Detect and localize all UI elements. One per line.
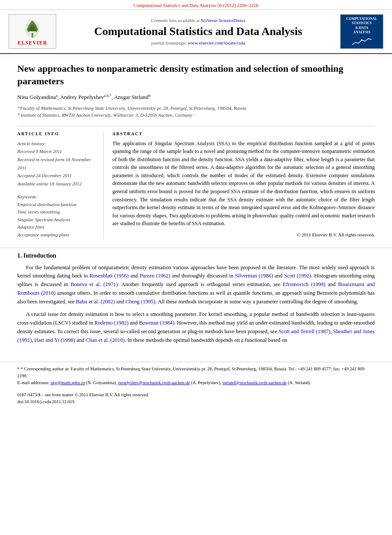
ref-boneva[interactable]: Boneva et al. (1971) — [70, 281, 118, 287]
abstract-label: ABSTRACT — [112, 131, 375, 136]
journal-citation: Computational Statistics and Data Analys… — [134, 3, 258, 8]
ref-rudemo[interactable]: Rudemo (1982) — [95, 320, 129, 326]
email-2-link[interactable]: pepelyshev@stochastik.rwth-aachen.de — [118, 380, 190, 385]
footer-doi: doi:10.1016/j.csda.2011.12.019 — [17, 398, 375, 406]
email-3-name: (A. Steland). — [288, 380, 311, 385]
ref-cheng[interactable]: Cheng (1995) — [125, 299, 155, 305]
keywords-section: Keywords: Empirical distribution functio… — [17, 194, 97, 239]
ref-bowman[interactable]: Bowman (1984) — [139, 320, 175, 326]
email-2-name: (A. Pepelyshev), — [191, 380, 221, 385]
footer-info: 0167-9473/$ – see front matter © 2011 El… — [0, 390, 392, 411]
svg-point-2 — [28, 26, 30, 28]
corresponding-star: * — [109, 93, 112, 98]
article-history-block: Article history: Received 9 March 2011 R… — [17, 140, 97, 188]
received-date: Received 9 March 2011 — [17, 147, 97, 156]
keyword-4: Adaptive filter — [17, 223, 97, 231]
available-date: Available online 18 January 2012 — [17, 180, 97, 188]
homepage-prefix: journal homepage: — [151, 40, 187, 45]
ref-efromovich[interactable]: Efromovich (1999) — [283, 281, 325, 287]
sciverse-link[interactable]: SciVerse ScienceDirect — [201, 18, 245, 23]
ref-scott-terrell[interactable]: Scott and Terrell (1987) — [279, 328, 331, 334]
ref-hart[interactable]: Hart and Yi (1998) — [35, 337, 75, 343]
elsevier-logo-block: ELSEVIER — [9, 14, 56, 49]
authors-line: Nina Golyandinaa, Andrey Pepelysheva,b,*… — [17, 93, 375, 101]
abstract-text: The application of Singular Spectrum Ana… — [112, 140, 375, 228]
affil-sup-b: b — [149, 93, 151, 98]
footnote-email-line: E-mail addresses: neg@math.spbu.ru (N. G… — [17, 379, 375, 386]
elsevier-tree-icon — [19, 17, 45, 39]
accepted-date: Accepted 24 December 2011 — [17, 172, 97, 180]
journal-header: ELSEVIER Contents lists available at Sci… — [0, 10, 392, 54]
keyword-2: Time series smoothing — [17, 208, 97, 216]
affil-sup-a: a — [56, 93, 57, 98]
intro-para1: For the fundamental problem of nonparame… — [17, 264, 375, 306]
svg-point-4 — [31, 24, 32, 26]
footnote-star-label: * — [17, 366, 21, 371]
introduction-section: 1. Introduction For the fundamental prob… — [0, 248, 392, 358]
email-1-link[interactable]: neg@math.spbu.ru — [51, 380, 85, 385]
intro-number: 1. — [17, 252, 22, 259]
ref-scott[interactable]: Scott (1992) — [284, 273, 311, 279]
affil-b: ᵇ Institute of Statistics, RWTH Aachen U… — [17, 111, 375, 119]
ref-silverman[interactable]: Silverman (1986) — [235, 273, 273, 279]
journal-logo-right: COMPUTATIONALSTATISTICS& DATAANALYSIS — [340, 14, 383, 49]
contents-available-line: Contents lists available at SciVerse Sci… — [63, 18, 334, 23]
paper-section: New approaches to nonparametric density … — [0, 54, 392, 248]
abstract-column: ABSTRACT The application of Singular Spe… — [112, 131, 375, 239]
journal-homepage-line: journal homepage: www.elsevier.com/locat… — [63, 40, 334, 45]
journal-logo-graph-icon — [347, 37, 377, 46]
homepage-link[interactable]: www.elsevier.com/locate/csda — [188, 40, 245, 45]
ref-parzen[interactable]: Parzen (1962) — [140, 273, 170, 279]
affiliations-block: ᵃ Faculty of Mathematics, St.Petersburg … — [17, 105, 375, 119]
affil-sup-ab: a,b, — [104, 93, 109, 98]
svg-point-5 — [361, 39, 363, 41]
header-divider — [17, 126, 375, 126]
keyword-5: Acceptance sampling plans — [17, 231, 97, 239]
affil-a: ᵃ Faculty of Mathematics, St.Petersburg … — [17, 105, 375, 112]
footnote-section: * * Corresponding author at: Faculty of … — [0, 362, 392, 389]
elsevier-label: ELSEVIER — [18, 40, 48, 46]
article-info-abstract: ARTICLE INFO Article history: Received 9… — [17, 131, 375, 239]
email-label: E-mail addresses: — [17, 380, 49, 385]
paper-title: New approaches to nonparametric density … — [17, 63, 375, 87]
revised-date: Received in revised form 18 November 201… — [17, 156, 97, 172]
elsevier-logo-box: ELSEVIER — [9, 14, 56, 49]
footnote-corresponding-text: * Corresponding author at: Faculty of Ma… — [17, 366, 364, 378]
footer-issn: 0167-9473/$ – see front matter © 2011 El… — [17, 392, 375, 399]
intro-title: Introduction — [23, 252, 56, 259]
ref-rosenblatt[interactable]: Rosenblatt (1956) — [89, 273, 129, 279]
keywords-label: Keywords: — [17, 194, 97, 199]
email-3-link[interactable]: steland@stochastik.rwth-aachen.de — [223, 380, 287, 385]
contents-text: Contents lists available at — [151, 18, 200, 23]
email-1-name: (N. Golyandina), — [86, 380, 117, 385]
journal-main-title: Computational Statistics and Data Analys… — [63, 25, 334, 38]
author-andrey: Andrey Pepelyshev — [60, 94, 104, 101]
keyword-3: Singular Spectrum Analysis — [17, 216, 97, 224]
article-info-column: ARTICLE INFO Article history: Received 9… — [17, 131, 104, 239]
history-label: Article history: — [17, 140, 97, 148]
journal-logo-title: COMPUTATIONALSTATISTICS& DATAANALYSIS — [346, 17, 377, 35]
journal-title-block: Contents lists available at SciVerse Sci… — [63, 18, 334, 45]
ref-chan[interactable]: Chan et al. (2010) — [86, 337, 124, 343]
intro-para2: A crucial issue for density estimation i… — [17, 310, 375, 344]
journal-citation-bar: Computational Statistics and Data Analys… — [0, 0, 392, 10]
svg-point-3 — [35, 27, 37, 29]
article-info-label: ARTICLE INFO — [17, 131, 97, 136]
keyword-1: Empirical distribution function — [17, 201, 97, 209]
intro-heading: 1. Introduction — [17, 252, 375, 259]
copyright-line: © 2011 Elsevier B.V. All rights reserved… — [112, 232, 375, 237]
author-nina: Nina Golyandina — [17, 94, 56, 101]
ref-babu[interactable]: Babu et al. (2002) — [76, 299, 115, 305]
footnote-corresponding: * * Corresponding author at: Faculty of … — [17, 366, 375, 379]
author-ansgar: Ansgar Steland — [114, 94, 149, 101]
